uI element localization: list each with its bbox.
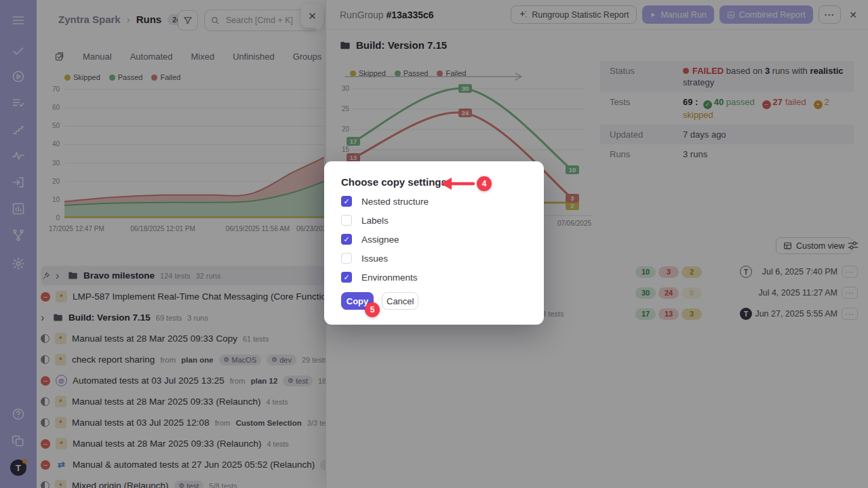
option-label: Nested structure	[361, 197, 429, 207]
option-label: Labels	[361, 216, 389, 226]
copy-option-labels[interactable]: Labels	[341, 215, 527, 226]
annotation-arrow	[434, 173, 475, 195]
checkbox-unchecked[interactable]	[341, 215, 352, 226]
copy-option-nested-structure[interactable]: ✓Nested structure	[341, 196, 527, 207]
checkbox-checked[interactable]: ✓	[341, 196, 352, 207]
cancel-button[interactable]: Cancel	[382, 292, 418, 310]
option-label: Issues	[361, 253, 388, 264]
annotation-badge-5: 5	[365, 302, 380, 317]
checkbox-unchecked[interactable]	[341, 253, 352, 264]
option-label: Environments	[361, 272, 418, 283]
copy-option-issues[interactable]: Issues	[341, 253, 527, 264]
option-label: Assignee	[361, 235, 399, 245]
copy-option-assignee[interactable]: ✓Assignee	[341, 234, 527, 245]
checkbox-checked[interactable]: ✓	[341, 272, 352, 283]
checkbox-checked[interactable]: ✓	[341, 234, 352, 245]
annotation-badge-4: 4	[477, 176, 492, 191]
modal-options: ✓Nested structureLabels✓AssigneeIssues✓E…	[341, 196, 527, 283]
copy-option-environments[interactable]: ✓Environments	[341, 272, 527, 283]
